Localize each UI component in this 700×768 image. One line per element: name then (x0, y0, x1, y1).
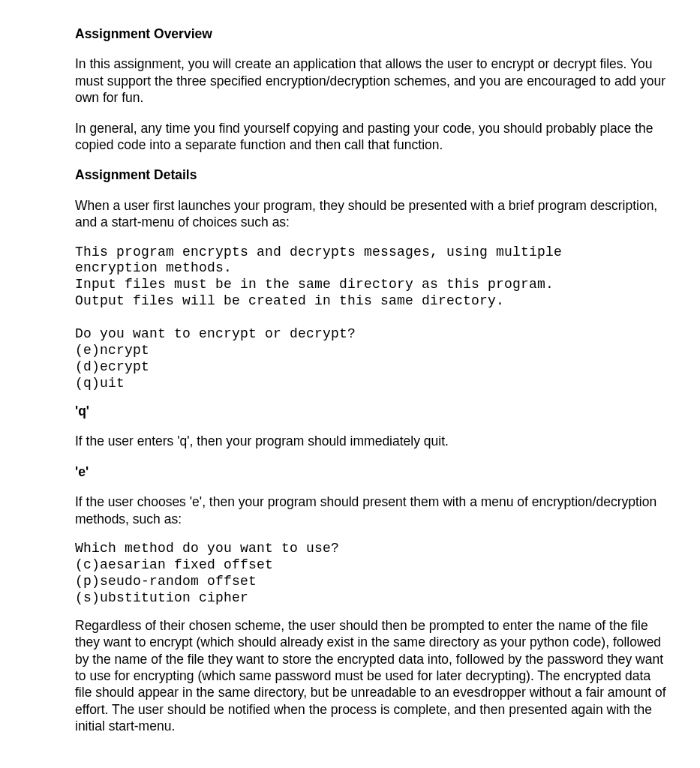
document-page: Assignment Overview In this assignment, … (0, 0, 700, 764)
e-option-heading: 'e' (75, 464, 667, 480)
overview-heading: Assignment Overview (75, 26, 667, 42)
overview-paragraph-2: In general, any time you find yourself c… (75, 120, 667, 154)
q-option-heading: 'q' (75, 403, 667, 419)
start-menu-code-block: This program encrypts and decrypts messa… (75, 244, 667, 393)
final-paragraph: Regardless of their chosen scheme, the u… (75, 617, 667, 735)
details-intro-paragraph: When a user first launches your program,… (75, 197, 667, 231)
e-option-paragraph: If the user chooses 'e', then your progr… (75, 494, 667, 527)
overview-paragraph-1: In this assignment, you will create an a… (75, 56, 667, 106)
details-heading: Assignment Details (75, 166, 667, 183)
q-option-paragraph: If the user enters 'q', then your progra… (75, 433, 667, 449)
method-menu-code-block: Which method do you want to use? (c)aesa… (75, 541, 667, 607)
